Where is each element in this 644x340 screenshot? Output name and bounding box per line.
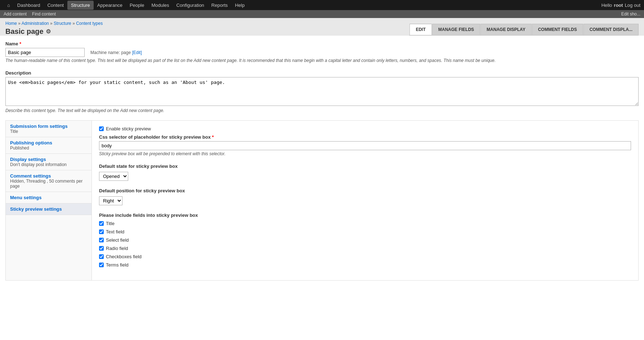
sidebar-item-display[interactable]: Display settings Don't display post info… <box>6 154 91 170</box>
field-item-text: Text field <box>99 229 631 234</box>
logout-link[interactable]: Log out <box>625 3 640 8</box>
fields-include-group: Please include fields into sticky previe… <box>99 212 631 268</box>
sidebar-item-menu[interactable]: Menu settings <box>6 192 91 203</box>
top-navigation: ⌂ Dashboard Content Structure Appearance… <box>0 0 644 10</box>
fields-list: Title Text field Select field Radio fiel… <box>99 221 631 268</box>
breadcrumb-home[interactable]: Home <box>5 21 17 26</box>
field-text-checkbox[interactable] <box>99 229 104 234</box>
name-hint: The human-readable name of this content … <box>5 58 639 63</box>
home-icon[interactable]: ⌂ <box>4 1 14 10</box>
tab-comment-fields[interactable]: COMMENT FIELDS <box>532 24 583 35</box>
enable-sticky-label: Enable sticky preview <box>106 126 151 131</box>
nav-right: Hello root Log out <box>601 3 640 8</box>
sidebar-sub-publishing: Published <box>10 146 87 151</box>
sidebar-title-sticky: Sticky preview settings <box>10 206 87 212</box>
tab-manage-display[interactable]: MANAGE DISPLAY <box>480 24 532 35</box>
settings-gear-icon[interactable]: ⚙ <box>46 28 51 35</box>
css-selector-label: Css selector of placeholder for sticky p… <box>99 134 631 140</box>
field-item-select: Select field <box>99 237 631 243</box>
nav-item-appearance[interactable]: Appearance <box>94 1 126 10</box>
field-title-label: Title <box>106 221 115 226</box>
sidebar-sub-display: Don't display post information <box>10 162 87 167</box>
default-state-label: Default state for sticky preview box <box>99 164 631 169</box>
field-checkboxes-checkbox[interactable] <box>99 254 104 259</box>
nav-item-configuration[interactable]: Configuration <box>173 1 208 10</box>
tab-bar: EDIT MANAGE FIELDS MANAGE DISPLAY COMMEN… <box>409 24 639 36</box>
breadcrumb-administration[interactable]: Administration <box>22 21 49 26</box>
sticky-preview-panel: Enable sticky preview Css selector of pl… <box>92 120 639 281</box>
greeting-text: Hello <box>601 3 612 8</box>
enable-sticky-preview-row: Enable sticky preview <box>99 126 631 131</box>
sidebar-item-submission-form[interactable]: Submission form settings Title <box>6 121 91 137</box>
tab-edit[interactable]: EDIT <box>410 24 431 35</box>
header-top: Home » Administration » Structure » Cont… <box>0 18 644 36</box>
main-content: Name * Machine name: page [Edit] The hum… <box>0 36 644 286</box>
nav-item-dashboard[interactable]: Dashboard <box>14 1 44 10</box>
page-title: Basic page ⚙ <box>5 27 103 36</box>
field-terms-checkbox[interactable] <box>99 263 104 267</box>
name-label: Name * <box>5 41 639 46</box>
sidebar-title-menu: Menu settings <box>10 195 87 200</box>
breadcrumb-content-types[interactable]: Content types <box>76 21 103 26</box>
nav-item-content[interactable]: Content <box>44 1 67 10</box>
header-section: Home » Administration » Structure » Cont… <box>0 18 644 36</box>
machine-name-info: Machine name: page [Edit] <box>90 50 142 55</box>
secondary-navigation: Add content Find content Edit sho... <box>0 10 644 18</box>
fields-include-label: Please include fields into sticky previe… <box>99 212 631 218</box>
sidebar-item-publishing[interactable]: Publishing options Published <box>6 137 91 154</box>
sidebar: Submission form settings Title Publishin… <box>5 120 92 281</box>
field-item-checkboxes: Checkboxes field <box>99 254 631 259</box>
field-radio-checkbox[interactable] <box>99 246 104 251</box>
tab-manage-fields[interactable]: MANAGE FIELDS <box>432 24 480 35</box>
default-state-group: Default state for sticky preview box Ope… <box>99 164 631 181</box>
field-terms-label: Terms field <box>106 262 129 268</box>
sidebar-title-submission: Submission form settings <box>10 124 87 129</box>
sidebar-sub-submission: Title <box>10 129 87 134</box>
css-selector-hint: Sticky preview box will be prepended to … <box>99 151 631 156</box>
css-selector-required-star: * <box>212 134 214 140</box>
name-required-star: * <box>19 41 21 46</box>
breadcrumb-title-area: Home » Administration » Structure » Cont… <box>5 21 103 36</box>
edit-shortcuts-link[interactable]: Edit sho... <box>621 12 640 17</box>
sidebar-item-comment[interactable]: Comment settings Hidden, Threading , 50 … <box>6 170 91 192</box>
find-content-link[interactable]: Find content <box>32 12 56 17</box>
nav-item-people[interactable]: People <box>126 1 148 10</box>
tab-comment-display[interactable]: COMMENT DISPLA... <box>583 24 639 35</box>
sidebar-item-sticky-preview[interactable]: Sticky preview settings <box>6 203 91 215</box>
description-label: Description <box>5 70 639 76</box>
nav-item-help[interactable]: Help <box>231 1 248 10</box>
field-item-radio: Radio field <box>99 246 631 251</box>
nav-item-structure[interactable]: Structure <box>67 1 94 10</box>
sidebar-sub-comment: Hidden, Threading , 50 comments per page <box>10 179 87 189</box>
breadcrumb: Home » Administration » Structure » Cont… <box>5 21 103 26</box>
default-position-select[interactable]: Right Left <box>99 196 122 205</box>
breadcrumb-structure[interactable]: Structure <box>54 21 71 26</box>
field-item-terms: Terms field <box>99 262 631 268</box>
username: root <box>614 3 623 8</box>
default-position-label: Default position for sticky preview box <box>99 188 631 193</box>
field-title-checkbox[interactable] <box>99 221 104 226</box>
machine-name-edit-link[interactable]: [Edit] <box>132 50 142 55</box>
name-input[interactable] <box>5 48 85 57</box>
nav-item-modules[interactable]: Modules <box>148 1 173 10</box>
enable-sticky-checkbox[interactable] <box>99 126 104 131</box>
field-item-title: Title <box>99 221 631 226</box>
css-selector-input[interactable] <box>99 141 631 150</box>
description-field-group: Description Use <em>basic pages</em> for… <box>5 70 639 113</box>
nav-item-reports[interactable]: Reports <box>208 1 232 10</box>
default-state-select[interactable]: Opened Closed <box>99 172 128 181</box>
field-text-label: Text field <box>106 229 124 234</box>
sidebar-title-publishing: Publishing options <box>10 140 87 146</box>
field-select-label: Select field <box>106 237 129 243</box>
sidebar-title-comment: Comment settings <box>10 173 87 179</box>
nav-left: ⌂ Dashboard Content Structure Appearance… <box>4 1 248 10</box>
field-select-checkbox[interactable] <box>99 238 104 242</box>
name-field-group: Name * Machine name: page [Edit] The hum… <box>5 41 639 63</box>
default-position-group: Default position for sticky preview box … <box>99 188 631 205</box>
css-selector-group: Css selector of placeholder for sticky p… <box>99 134 631 156</box>
description-textarea[interactable]: Use <em>basic pages</em> for your static… <box>5 77 639 106</box>
field-radio-label: Radio field <box>106 246 128 251</box>
sidebar-empty-area <box>6 215 91 258</box>
field-checkboxes-label: Checkboxes field <box>106 254 142 259</box>
add-content-link[interactable]: Add content <box>4 12 27 17</box>
